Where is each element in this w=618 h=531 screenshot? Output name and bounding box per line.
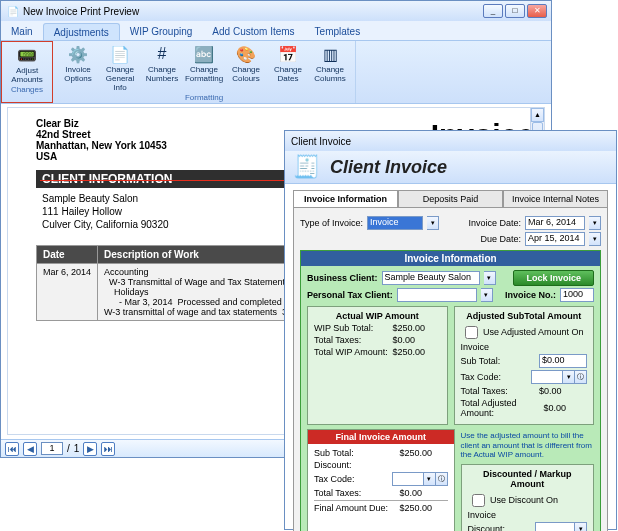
general-icon: 📄 xyxy=(109,43,131,65)
discount-input[interactable] xyxy=(535,522,575,531)
tab-main[interactable]: Main xyxy=(1,23,43,40)
invoice-titlebar: Client Invoice xyxy=(285,131,616,151)
type-select[interactable]: Invoice xyxy=(367,216,423,230)
change-columns-button[interactable]: ▥Change Columns xyxy=(311,43,349,92)
wip-total-value: $250.00 xyxy=(393,347,441,357)
use-adjusted-label: Use Adjusted Amount On Invoice xyxy=(461,327,584,352)
dropdown-icon[interactable]: ▾ xyxy=(424,472,436,486)
wip-tax-label: Total Taxes: xyxy=(314,335,361,345)
adjusted-box: Adjusted SubTotal Amount Use Adjusted Am… xyxy=(454,306,595,425)
dropdown-icon[interactable]: ▾ xyxy=(481,288,493,302)
final-taxcode-select[interactable] xyxy=(392,472,424,486)
adj-taxcode-label: Tax Code: xyxy=(461,372,502,382)
invoice-header: 🧾 Client Invoice xyxy=(285,151,616,184)
dropdown-icon[interactable]: ▾ xyxy=(484,271,496,285)
adj-total-label: Total Adjusted Amount: xyxy=(461,398,544,418)
ribbon-group-changes: 📟Adjust Amounts Changes xyxy=(1,41,53,103)
invoice-caption: Client Invoice xyxy=(291,136,351,147)
first-page-button[interactable]: ⏮ xyxy=(5,442,19,456)
options-icon: ⚙️ xyxy=(67,43,89,65)
table-row: Mar 6, 2014 Accounting W-3 Transmittal o… xyxy=(37,264,318,321)
final-sub-value: $250.00 xyxy=(400,448,448,458)
invoice-no-input[interactable]: 1000 xyxy=(560,288,594,302)
client-invoice-window: Client Invoice 🧾 Client Invoice Invoice … xyxy=(284,130,617,530)
scroll-up-icon[interactable]: ▲ xyxy=(531,108,544,122)
dropdown-icon[interactable]: ▾ xyxy=(589,216,601,230)
info-icon[interactable]: ⓘ xyxy=(575,370,587,384)
adjust-amounts-icon: 📟 xyxy=(16,44,38,66)
numbers-icon: # xyxy=(151,43,173,65)
preview-titlebar: 📄 New Invoice Print Preview _ □ ✕ xyxy=(1,1,551,21)
ribbon: 📟Adjust Amounts Changes ⚙️Invoice Option… xyxy=(1,41,551,104)
changes-group-label: Changes xyxy=(8,85,46,94)
tab-wip-grouping[interactable]: WIP Grouping xyxy=(120,23,203,40)
wip-sub-value: $250.00 xyxy=(393,323,441,333)
next-page-button[interactable]: ▶ xyxy=(83,442,97,456)
dropdown-icon[interactable]: ▾ xyxy=(563,370,575,384)
company-name: Clear Biz xyxy=(36,118,167,129)
tab-custom-items[interactable]: Add Custom Items xyxy=(202,23,304,40)
preview-title: New Invoice Print Preview xyxy=(23,6,139,17)
info-icon[interactable]: ⓘ xyxy=(436,472,448,486)
tab-internal-notes[interactable]: Invoice Internal Notes xyxy=(503,190,608,207)
cell-date: Mar 6, 2014 xyxy=(37,264,98,321)
invoice-date-label: Invoice Date: xyxy=(468,218,521,228)
dropdown-icon[interactable]: ▾ xyxy=(427,216,439,230)
discount-label: Discount: xyxy=(468,524,506,531)
use-adjusted-checkbox[interactable] xyxy=(465,326,478,339)
final-sub-label: Sub Total: xyxy=(314,448,354,458)
final-taxes-value: $0.00 xyxy=(400,488,448,498)
lock-invoice-button[interactable]: Lock Invoice xyxy=(513,270,594,286)
change-dates-button[interactable]: 📅Change Dates xyxy=(269,43,307,92)
adjust-amounts-button[interactable]: 📟Adjust Amounts xyxy=(8,44,46,84)
change-formatting-button[interactable]: 🔤Change Formatting xyxy=(185,43,223,92)
last-page-button[interactable]: ⏭ xyxy=(101,442,115,456)
use-discount-checkbox[interactable] xyxy=(472,494,485,507)
adj-taxes-label: Total Taxes: xyxy=(461,386,508,396)
tab-invoice-info[interactable]: Invoice Information xyxy=(293,190,398,207)
close-button[interactable]: ✕ xyxy=(527,4,547,18)
page-input[interactable]: 1 xyxy=(41,442,63,455)
dates-icon: 📅 xyxy=(277,43,299,65)
final-taxcode-label: Tax Code: xyxy=(314,474,355,484)
invoice-info-box: Invoice Information Business Client: Sam… xyxy=(300,250,601,531)
tab-deposits-paid[interactable]: Deposits Paid xyxy=(398,190,503,207)
final-discount-label: Discount: xyxy=(314,460,352,470)
min-button[interactable]: _ xyxy=(483,4,503,18)
adjusted-note: Use the adjusted amount to bill the clie… xyxy=(461,431,595,460)
annotation-line xyxy=(40,180,284,181)
change-colours-button[interactable]: 🎨Change Colours xyxy=(227,43,265,92)
prev-page-button[interactable]: ◀ xyxy=(23,442,37,456)
page-total: 1 xyxy=(74,443,80,454)
tab-templates[interactable]: Templates xyxy=(305,23,371,40)
max-button[interactable]: □ xyxy=(505,4,525,18)
invoice-options-button[interactable]: ⚙️Invoice Options xyxy=(59,43,97,92)
wip-sub-label: WIP Sub Total: xyxy=(314,323,373,333)
dropdown-icon[interactable]: ▾ xyxy=(575,522,587,531)
adj-taxes-value: $0.00 xyxy=(539,386,587,396)
final-taxes-label: Total Taxes: xyxy=(314,488,361,498)
due-date-input[interactable]: Apr 15, 2014 xyxy=(525,232,585,246)
adj-taxcode-select[interactable] xyxy=(531,370,563,384)
business-client-select[interactable]: Sample Beauty Salon xyxy=(382,271,480,285)
adj-sub-input[interactable]: $0.00 xyxy=(539,354,587,368)
formatting-icon: 🔤 xyxy=(193,43,215,65)
page-sep: / xyxy=(67,443,70,454)
tab-adjustments[interactable]: Adjustments xyxy=(43,23,120,40)
cash-register-icon: 🧾 xyxy=(293,154,320,180)
business-client-label: Business Client: xyxy=(307,273,378,283)
due-date-label: Due Date: xyxy=(480,234,521,244)
app-icon: 📄 xyxy=(7,6,19,17)
company-street: 42nd Street xyxy=(36,129,167,140)
colours-icon: 🎨 xyxy=(235,43,257,65)
discount-box: Discounted / Markup Amount Use Discount … xyxy=(461,464,595,531)
change-numbers-button[interactable]: #Change Numbers xyxy=(143,43,181,92)
invoice-date-input[interactable]: Mar 6, 2014 xyxy=(525,216,585,230)
columns-icon: ▥ xyxy=(319,43,341,65)
dropdown-icon[interactable]: ▾ xyxy=(589,232,601,246)
adj-sub-label: Sub Total: xyxy=(461,356,501,366)
personal-client-label: Personal Tax Client: xyxy=(307,290,393,300)
invoice-tabs: Invoice Information Deposits Paid Invoic… xyxy=(293,190,608,208)
personal-client-select[interactable] xyxy=(397,288,477,302)
change-general-button[interactable]: 📄Change General Info xyxy=(101,43,139,92)
